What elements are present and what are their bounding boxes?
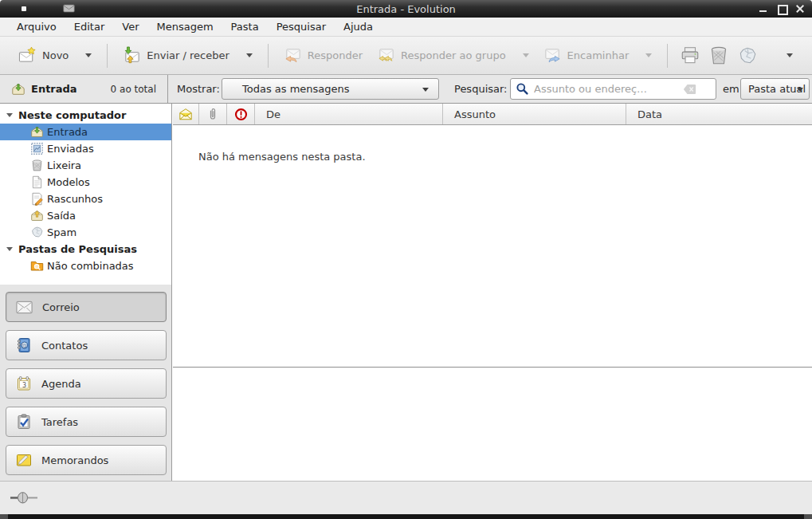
switcher-tasks-button[interactable]: Tarefas: [6, 407, 167, 437]
folder-label: Rascunhos: [47, 193, 103, 205]
evolution-window: Entrada - Evolution Arquivo Editar Ver M…: [0, 0, 812, 519]
spam-icon: [30, 226, 44, 239]
sent-icon: [30, 142, 44, 155]
expander-icon[interactable]: [6, 113, 13, 117]
switcher-label: Correio: [42, 301, 80, 313]
show-label: Mostrar:: [177, 83, 220, 95]
chevron-down-icon[interactable]: [645, 53, 652, 57]
message-list[interactable]: Não há mensagens nesta pasta.: [173, 125, 812, 368]
new-button[interactable]: Novo: [11, 41, 99, 70]
online-status-icon[interactable]: [10, 491, 39, 505]
toolbar-separator: [667, 44, 668, 68]
switcher-contacts-button[interactable]: @ Contatos: [6, 330, 167, 360]
menu-pesquisar[interactable]: Pesquisar: [268, 18, 335, 35]
maximize-button[interactable]: [776, 3, 787, 14]
menu-pasta[interactable]: Pasta: [222, 18, 268, 35]
column-data[interactable]: Data: [626, 104, 812, 124]
folder-spam[interactable]: Spam: [0, 224, 171, 241]
menu-ver[interactable]: Ver: [113, 18, 147, 35]
delete-icon: [708, 45, 729, 66]
folder-tree: Neste computador Entrada: [0, 104, 171, 285]
drafts-icon: [30, 192, 44, 206]
switcher-calendar-button[interactable]: 3 Agenda: [6, 368, 167, 399]
svg-text:3: 3: [22, 382, 26, 389]
toolbar-separator: [107, 44, 108, 68]
column-attachment[interactable]: [199, 104, 227, 124]
send-receive-button[interactable]: Enviar / receber: [116, 41, 260, 70]
column-assunto[interactable]: Assunto: [443, 104, 626, 124]
forward-icon: [543, 46, 562, 65]
menu-ajuda[interactable]: Ajuda: [335, 18, 382, 35]
menu-editar[interactable]: Editar: [65, 18, 114, 35]
templates-icon: [30, 175, 44, 189]
menu-mensagem[interactable]: Mensagem: [148, 18, 222, 35]
folder-enviadas[interactable]: Enviadas: [0, 140, 171, 157]
switcher-label: Memorandos: [41, 454, 108, 466]
junk-button[interactable]: [733, 41, 762, 70]
chevron-down-icon: [422, 88, 429, 92]
message-count: 0 ao total: [111, 84, 156, 95]
forward-button[interactable]: Encaminhar: [536, 41, 660, 70]
search-input[interactable]: [534, 83, 683, 95]
column-de[interactable]: De: [255, 104, 443, 124]
window-bottom-edge: [0, 514, 812, 519]
folder-saida[interactable]: Saída: [0, 207, 171, 224]
tree-group-this-computer[interactable]: Neste computador: [0, 107, 171, 124]
folder-lixeira[interactable]: Lixeira: [0, 157, 171, 174]
switcher-label: Tarefas: [41, 416, 78, 428]
expander-icon[interactable]: [6, 247, 13, 251]
message-filter-value: Todas as mensagens: [242, 83, 350, 95]
status-bar: [0, 481, 812, 514]
toolbar-overflow-button[interactable]: [775, 41, 804, 70]
search-icon: [516, 82, 529, 96]
reply-all-button[interactable]: Responder ao grupo: [370, 41, 536, 70]
search-scope-dropdown[interactable]: Pasta atual: [740, 78, 810, 100]
sidebar: Neste computador Entrada: [0, 104, 172, 481]
folder-label: Spam: [47, 226, 76, 238]
reply-all-button-label: Responder ao grupo: [401, 49, 506, 61]
reply-all-icon: [377, 46, 395, 65]
folder-rascunhos[interactable]: Rascunhos: [0, 191, 171, 207]
switcher-label: Agenda: [41, 378, 81, 390]
read-status-icon: [178, 108, 193, 120]
column-read-status[interactable]: [173, 104, 199, 124]
switcher-mail-button[interactable]: Correio: [6, 292, 167, 322]
search-folder-icon: [30, 259, 44, 273]
chevron-down-icon[interactable]: [246, 53, 253, 57]
reply-button[interactable]: Responder: [277, 41, 370, 70]
delete-button[interactable]: [704, 41, 733, 70]
tree-group-label: Pastas de Pesquisas: [18, 243, 137, 255]
inbox-icon: [11, 82, 25, 96]
folder-label: Saída: [47, 210, 76, 222]
memos-icon: [16, 452, 32, 468]
titlebar: Entrada - Evolution: [0, 0, 812, 18]
chevron-down-icon[interactable]: [523, 53, 529, 57]
send-receive-button-label: Enviar / receber: [147, 49, 229, 61]
new-button-label: Novo: [42, 49, 69, 61]
folder-nao-combinadas[interactable]: Não combinadas: [0, 258, 171, 274]
window-title: Entrada - Evolution: [0, 3, 812, 15]
print-button[interactable]: [676, 41, 704, 70]
close-button[interactable]: [794, 3, 806, 14]
folder-label: Enviadas: [47, 143, 94, 155]
body: Neste computador Entrada: [0, 104, 812, 481]
clear-search-icon[interactable]: [683, 84, 696, 95]
tree-group-search-folders[interactable]: Pastas de Pesquisas: [0, 241, 171, 258]
switcher-label: Contatos: [41, 340, 88, 352]
chevron-down-icon[interactable]: [85, 53, 92, 57]
folder-entrada[interactable]: Entrada: [0, 124, 171, 140]
menu-arquivo[interactable]: Arquivo: [8, 18, 65, 35]
message-filter-dropdown[interactable]: Todas as mensagens: [222, 78, 439, 100]
column-importance[interactable]: [227, 104, 255, 124]
contacts-icon: @: [16, 337, 32, 353]
view-switcher: Correio @ Contatos: [0, 285, 171, 481]
outbox-icon: [30, 209, 44, 222]
mail-icon: [16, 301, 33, 314]
folder-modelos[interactable]: Modelos: [0, 174, 171, 191]
reply-button-label: Responder: [308, 49, 363, 61]
filter-bar: Entrada 0 ao total Mostrar: Todas as men…: [0, 75, 812, 104]
message-area: De Assunto Data Não há mensagens nesta p…: [173, 104, 812, 481]
switcher-memos-button[interactable]: Memorandos: [6, 445, 167, 475]
preview-pane[interactable]: [173, 368, 812, 481]
minimize-button[interactable]: [758, 3, 769, 14]
